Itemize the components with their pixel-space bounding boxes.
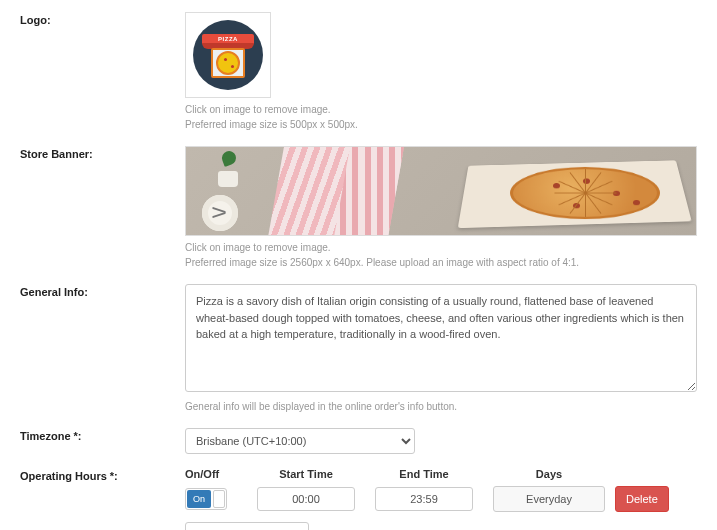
toggle-on-label: On xyxy=(187,490,211,508)
start-time-input[interactable] xyxy=(257,487,355,511)
header-days: Days xyxy=(483,468,615,480)
logo-sign-text: PIZZA xyxy=(193,34,263,44)
header-start: Start Time xyxy=(247,468,365,480)
banner-plant xyxy=(210,151,246,187)
banner-tongs xyxy=(212,205,230,221)
logo-label: Logo: xyxy=(20,12,185,26)
logo-image[interactable]: PIZZA xyxy=(185,12,271,98)
banner-napkin xyxy=(268,147,404,236)
logo-help: Click on image to remove image. Preferre… xyxy=(185,102,697,132)
hours-toggle[interactable]: On xyxy=(185,488,227,510)
hours-row: On Everyday Delete xyxy=(185,486,697,512)
header-end: End Time xyxy=(365,468,483,480)
days-button[interactable]: Everyday xyxy=(493,486,605,512)
general-help: General info will be displayed in the on… xyxy=(185,399,697,414)
add-operating-hour-button[interactable]: + Add operating hour xyxy=(185,522,309,530)
banner-image[interactable] xyxy=(185,146,697,236)
timezone-label: Timezone *: xyxy=(20,428,185,442)
timezone-select[interactable]: Brisbane (UTC+10:00) xyxy=(185,428,415,454)
logo-illustration: PIZZA xyxy=(193,20,263,90)
general-info-textarea[interactable]: Pizza is a savory dish of Italian origin… xyxy=(185,284,697,392)
banner-pizza xyxy=(510,167,660,219)
end-time-input[interactable] xyxy=(375,487,473,511)
hours-label: Operating Hours *: xyxy=(20,468,185,482)
header-onoff: On/Off xyxy=(185,468,247,480)
hours-header: On/Off Start Time End Time Days xyxy=(185,468,697,480)
banner-help: Click on image to remove image. Preferre… xyxy=(185,240,697,270)
delete-button[interactable]: Delete xyxy=(615,486,669,512)
banner-label: Store Banner: xyxy=(20,146,185,160)
toggle-knob xyxy=(213,490,225,508)
general-label: General Info: xyxy=(20,284,185,298)
